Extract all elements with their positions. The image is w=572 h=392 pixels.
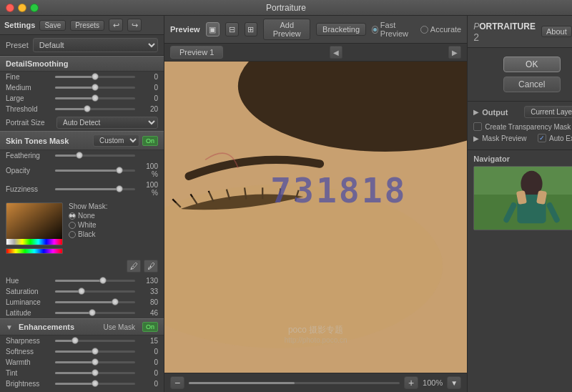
sharpness-slider-row: Sharpness 15 (0, 335, 164, 346)
zoom-out-button[interactable]: − (170, 376, 184, 389)
fuzziness-slider-row: Fuzziness 100 % (0, 180, 164, 198)
minimize-button[interactable] (18, 4, 26, 12)
brightness-track[interactable] (55, 383, 135, 385)
mask-title: Skin Tones Mask (6, 137, 93, 145)
output-triangle: ▶ (473, 108, 479, 116)
accurate-option[interactable]: Accurate (420, 25, 461, 34)
preview-image-area[interactable]: 731818 poco 摄影专题 http://photo.poco.cn (164, 62, 467, 373)
fuzziness-value: 100 % (138, 181, 158, 197)
create-transparency-row: Create Transparency Mask (473, 122, 572, 131)
preset-row: Preset Default (0, 35, 164, 56)
preview-tab-1[interactable]: Preview 1 (170, 46, 223, 59)
preview-watermark: poco 摄影专题 http://photo.poco.cn (285, 324, 347, 344)
presets-button[interactable]: Presets (70, 20, 104, 31)
left-panel: Settings Save Presets ↩ ↪ Preset Default… (0, 16, 164, 392)
accurate-label: Accurate (430, 25, 461, 34)
white-label: White (78, 221, 97, 229)
latitude-track[interactable] (55, 312, 135, 314)
compare-view-button[interactable]: ⊞ (245, 22, 258, 36)
single-view-button[interactable]: ▣ (206, 22, 220, 36)
medium-track[interactable] (55, 87, 135, 89)
right-panel: PORTRAITURE 2 About Help OK Cancel ▶ Out… (467, 16, 572, 392)
zoom-in-button[interactable]: + (404, 376, 418, 389)
fast-preview-label: Fast Preview (380, 21, 415, 38)
threshold-track[interactable] (55, 108, 135, 110)
mask-custom-select[interactable]: Custom (93, 134, 139, 147)
fine-track[interactable] (55, 76, 135, 78)
saturation-track[interactable] (55, 290, 135, 293)
create-transparency-checkbox[interactable] (473, 122, 482, 131)
preset-select[interactable]: Default (33, 38, 158, 52)
bracketing-button[interactable]: Bracketing (316, 23, 366, 36)
detail-smoothing-header: DetailSmoothing (0, 56, 164, 72)
portrait-size-select[interactable]: Auto Detect (56, 117, 158, 129)
threshold-slider-row: Threshold 20 (0, 104, 164, 114)
large-track[interactable] (55, 97, 135, 99)
mask-preview-label[interactable]: Mask Preview (482, 134, 526, 142)
threshold-label: Threshold (6, 105, 52, 113)
tab-next-button[interactable]: ▶ (448, 46, 461, 59)
zoom-dropdown-button[interactable]: ▼ (447, 376, 461, 389)
save-button[interactable]: Save (39, 20, 66, 31)
about-button[interactable]: About (541, 26, 572, 37)
eyedropper-button[interactable]: 🖊 (127, 260, 141, 273)
luminance-slider-row: Luminance 80 (0, 297, 164, 308)
large-value: 0 (138, 94, 158, 102)
hue-track[interactable] (55, 280, 135, 282)
settings-label: Settings (4, 21, 35, 29)
undo-button[interactable]: ↩ (109, 19, 123, 31)
show-mask-label: Show Mask: (69, 202, 107, 210)
navigator-label: Navigator (473, 155, 572, 163)
feathering-label: Feathering (6, 152, 52, 160)
check-icon: ✓ (539, 134, 545, 142)
zoom-slider[interactable] (189, 382, 400, 384)
fine-value: 0 (138, 73, 158, 81)
latitude-label: Latitude (6, 309, 52, 317)
navigator-section: Navigator (468, 150, 572, 235)
luminance-track[interactable] (55, 301, 135, 303)
settings-toolbar: Settings Save Presets ↩ ↪ (0, 16, 164, 35)
add-preview-button[interactable]: Add Preview (263, 19, 310, 40)
window-controls[interactable] (6, 4, 39, 12)
auto-expand-checkbox[interactable]: ✓ (538, 134, 546, 142)
fast-preview-option[interactable]: Fast Preview (372, 21, 415, 38)
warmth-label: Warmth (6, 358, 52, 366)
mask-preview-triangle: ▶ (473, 134, 479, 142)
enhancements-header: ▼ Enhancements Use Mask On (0, 318, 164, 335)
split-view-button[interactable]: ⊟ (225, 22, 239, 36)
redo-button[interactable]: ↪ (127, 19, 142, 31)
fuzziness-track[interactable] (55, 188, 135, 190)
output-select[interactable]: Current Layer (524, 106, 572, 118)
maximize-button[interactable] (30, 4, 39, 12)
opacity-label: Opacity (6, 167, 52, 175)
navigator-thumbnail[interactable] (473, 166, 572, 230)
large-slider-row: Large 0 (0, 93, 164, 104)
feathering-track[interactable] (55, 155, 135, 157)
hue-bar[interactable] (6, 248, 63, 254)
none-radio[interactable]: None (69, 212, 107, 220)
cancel-button[interactable]: Cancel (503, 77, 561, 92)
feathering-slider-row: Feathering (0, 150, 164, 161)
show-mask-area: Show Mask: None White Black (69, 202, 107, 238)
close-button[interactable] (6, 4, 14, 12)
latitude-value: 46 (138, 309, 158, 317)
tint-value: 0 (138, 369, 158, 377)
preview-image: 731818 poco 摄影专题 http://photo.poco.cn (164, 62, 467, 373)
ok-button[interactable]: OK (503, 57, 561, 72)
hue-label: Hue (6, 277, 52, 285)
preview-bottom: − + 100% ▼ (164, 373, 467, 392)
warmth-track[interactable] (55, 361, 135, 363)
tab-prev-button[interactable]: ◀ (330, 46, 342, 59)
black-label: Black (78, 230, 95, 238)
color-gradient[interactable] (6, 202, 63, 245)
black-radio[interactable]: Black (69, 230, 107, 238)
eyedropper-minus-button[interactable]: 🖋 (144, 260, 158, 273)
softness-track[interactable] (55, 351, 135, 353)
softness-label: Softness (6, 348, 52, 356)
sharpness-track[interactable] (55, 340, 135, 342)
tint-track[interactable] (55, 372, 135, 374)
skin-tones-mask-header: Skin Tones Mask Custom On (0, 131, 164, 150)
opacity-track[interactable] (55, 170, 135, 172)
white-radio[interactable]: White (69, 221, 107, 229)
output-section: ▶ Output Current Layer Create Transparen… (468, 101, 572, 150)
